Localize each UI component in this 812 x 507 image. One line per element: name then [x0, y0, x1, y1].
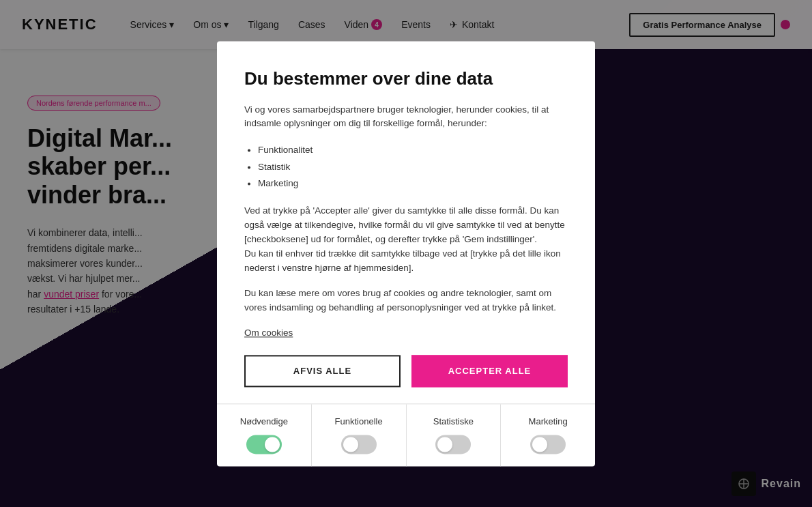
reject-all-button[interactable]: AFVIS ALLE — [244, 355, 401, 387]
toggle-marketing-switch[interactable] — [530, 435, 566, 454]
modal-toggles: Nødvendige Funktionelle Statistiske Mark… — [217, 403, 595, 466]
toggle-nodvendige-switch[interactable] — [246, 435, 282, 454]
list-item-funktionalitet: Funktionalitet — [258, 143, 568, 159]
list-item-statistik: Statistik — [258, 159, 568, 175]
modal-buttons: AFVIS ALLE ACCEPTER ALLE — [217, 355, 595, 403]
modal-body: Du bestemmer over dine data Vi og vores … — [217, 41, 595, 355]
modal-cookies-info: Du kan læse mere om vores brug af cookie… — [244, 287, 568, 315]
toggle-marketing-knob — [532, 437, 547, 452]
toggle-nodvendige-knob — [265, 437, 280, 452]
toggle-statistiske-label: Statistiske — [433, 416, 474, 426]
toggle-funktionelle: Funktionelle — [312, 404, 407, 466]
modal-consent-text: Ved at trykke på 'Accepter alle' giver d… — [244, 205, 568, 276]
toggle-nodvendige: Nødvendige — [217, 404, 312, 466]
toggle-nodvendige-label: Nødvendige — [240, 416, 288, 426]
toggle-statistiske-switch[interactable] — [435, 435, 471, 454]
toggle-statistiske: Statistiske — [407, 404, 502, 466]
toggle-funktionelle-switch[interactable] — [341, 435, 377, 454]
modal-title: Du bestemmer over dine data — [244, 68, 568, 89]
toggle-statistiske-knob — [437, 437, 452, 452]
toggle-marketing-label: Marketing — [529, 416, 568, 426]
toggle-marketing: Marketing — [501, 404, 595, 466]
toggle-funktionelle-label: Funktionelle — [335, 416, 383, 426]
modal-list: Funktionalitet Statistik Marketing — [258, 143, 568, 192]
cookie-modal: Du bestemmer over dine data Vi og vores … — [217, 41, 595, 466]
toggle-funktionelle-knob — [343, 437, 358, 452]
list-item-marketing: Marketing — [258, 175, 568, 192]
modal-intro: Vi og vores samarbejdspartnere bruger te… — [244, 103, 568, 132]
om-cookies-link[interactable]: Om cookies — [244, 328, 293, 338]
accept-all-button[interactable]: ACCEPTER ALLE — [411, 355, 568, 387]
